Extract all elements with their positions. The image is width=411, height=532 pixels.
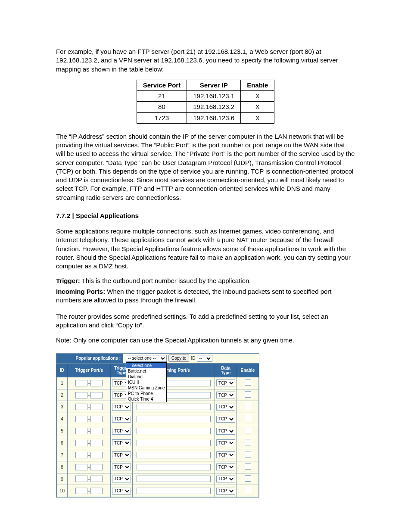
table-row: 4-TCPTCP <box>57 413 259 425</box>
trigger-port-to-input[interactable] <box>90 404 103 410</box>
row-id: 3 <box>57 401 68 413</box>
dash: - <box>87 380 91 386</box>
dash: - <box>87 452 91 458</box>
trigger-port-from-input[interactable] <box>75 464 87 470</box>
copy-to-button[interactable] <box>168 355 189 362</box>
trigger-port-from-input[interactable] <box>75 488 87 494</box>
table-cell: X <box>241 91 274 102</box>
data-type-select[interactable]: TCP <box>216 488 235 495</box>
data-type-select[interactable]: TCP <box>216 451 235 458</box>
trigger-port-to-input[interactable] <box>90 452 103 458</box>
incoming-ports-input[interactable] <box>137 416 211 422</box>
enable-checkbox[interactable] <box>245 415 251 421</box>
data-type-select[interactable]: TCP <box>216 416 235 423</box>
trigger-type-select[interactable]: TCP <box>112 404 131 411</box>
trigger-port-to-input[interactable] <box>90 488 103 494</box>
table-cell: 1723 <box>137 112 187 123</box>
table-cell: 21 <box>137 91 187 102</box>
table-row: 9-TCPTCP <box>57 473 259 485</box>
trigger-port-from-input[interactable] <box>75 476 87 482</box>
data-type-select[interactable]: TCP <box>216 428 235 435</box>
incoming-ports-input[interactable] <box>137 488 211 494</box>
table-header: Server IP <box>187 80 241 90</box>
table-cell: 192.168.123.1 <box>187 91 241 102</box>
trigger-port-to-input[interactable] <box>90 416 103 422</box>
trigger-port-from-input[interactable] <box>75 428 87 434</box>
dropdown-option[interactable]: PC-to-Phone <box>126 391 166 396</box>
row-id: 1 <box>57 377 68 389</box>
dash: - <box>87 464 91 470</box>
dash: - <box>87 404 91 410</box>
dropdown-option[interactable]: Quick Time 4 <box>126 396 166 402</box>
enable-checkbox[interactable] <box>245 403 251 409</box>
trigger-port-to-input[interactable] <box>90 380 103 386</box>
data-type-select[interactable]: TCP <box>216 392 235 398</box>
row-id: 6 <box>57 437 68 449</box>
data-type-select[interactable]: TCP <box>216 404 235 411</box>
paragraph: The “IP Address” section should contain … <box>56 132 355 202</box>
dropdown-option[interactable]: Battle.net <box>126 368 166 374</box>
definition-label: Incoming Ports: <box>56 288 105 295</box>
incoming-ports-input[interactable] <box>137 464 211 470</box>
enable-checkbox[interactable] <box>245 379 251 386</box>
data-type-select[interactable]: TCP <box>216 476 235 482</box>
trigger-type-select[interactable]: TCP <box>112 488 131 495</box>
trigger-type-select[interactable]: TCP <box>112 464 131 470</box>
row-id: 2 <box>57 389 68 401</box>
trigger-port-from-input[interactable] <box>75 380 87 386</box>
incoming-ports-input[interactable] <box>137 440 211 446</box>
table-cell: 192.168.123.2 <box>187 102 241 112</box>
trigger-port-from-input[interactable] <box>75 404 87 410</box>
trigger-port-to-input[interactable] <box>90 440 103 446</box>
popular-applications-select[interactable]: -- select one -- <box>126 355 167 362</box>
trigger-port-to-input[interactable] <box>90 476 103 482</box>
special-applications-panel: Popular applications : -- select one -- … <box>56 353 259 498</box>
dropdown-option[interactable]: Dialpad <box>126 374 166 380</box>
trigger-type-select[interactable]: TCP <box>112 428 131 435</box>
trigger-type-select[interactable]: TCP <box>112 476 131 482</box>
trigger-type-select[interactable]: TCP <box>112 416 131 423</box>
enable-checkbox[interactable] <box>245 475 251 482</box>
enable-checkbox[interactable] <box>245 463 251 470</box>
enable-checkbox[interactable] <box>245 487 251 493</box>
enable-checkbox[interactable] <box>245 439 251 445</box>
trigger-type-select[interactable]: TCP <box>112 439 131 446</box>
data-type-select[interactable]: TCP <box>216 464 235 470</box>
trigger-type-select[interactable]: TCP <box>112 451 131 458</box>
dropdown-option[interactable]: MSN Gaming Zone <box>126 385 166 391</box>
trigger-port-to-input[interactable] <box>90 428 103 434</box>
table-row: 5-TCPTCP <box>57 425 259 437</box>
row-id: 5 <box>57 425 68 437</box>
trigger-port-from-input[interactable] <box>75 452 87 458</box>
trigger-port-from-input[interactable] <box>75 440 87 446</box>
dash: - <box>87 428 91 434</box>
section-heading: 7.7.2 | Special Applications <box>56 212 355 220</box>
incoming-ports-input[interactable] <box>137 404 211 410</box>
trigger-port-to-input[interactable] <box>90 464 103 470</box>
incoming-ports-input[interactable] <box>137 428 211 434</box>
table-header: Trigger Port/s <box>68 364 111 377</box>
popular-applications-dropdown[interactable]: -- select one -- Battle.net Dialpad ICU … <box>126 362 167 402</box>
dropdown-option[interactable]: -- select one -- <box>126 363 166 368</box>
incoming-ports-input[interactable] <box>137 476 211 482</box>
enable-checkbox[interactable] <box>245 451 251 457</box>
definition-text: This is the outbound port number issued … <box>80 277 251 284</box>
trigger-port-from-input[interactable] <box>75 392 87 398</box>
enable-checkbox[interactable] <box>245 391 251 398</box>
table-cell: 80 <box>137 102 187 112</box>
data-type-select[interactable]: TCP <box>216 380 235 386</box>
dropdown-option[interactable]: ICU II <box>126 380 166 385</box>
trigger-port-from-input[interactable] <box>75 416 87 422</box>
definition-label: Trigger: <box>56 277 80 284</box>
enable-checkbox[interactable] <box>245 427 251 433</box>
dash: - <box>87 476 91 482</box>
incoming-ports-input[interactable] <box>137 452 211 458</box>
copy-to-id-select[interactable]: -- <box>197 355 212 362</box>
table-header: Service Port <box>137 80 187 90</box>
data-type-select[interactable]: TCP <box>216 439 235 446</box>
definition-trigger: Trigger: This is the outbound port numbe… <box>56 277 355 285</box>
definition-incoming: Incoming Ports: When the trigger packet … <box>56 287 355 305</box>
table-header: Enable <box>237 364 259 377</box>
trigger-port-to-input[interactable] <box>90 392 103 398</box>
table-row: 6-TCPTCP <box>57 437 259 449</box>
